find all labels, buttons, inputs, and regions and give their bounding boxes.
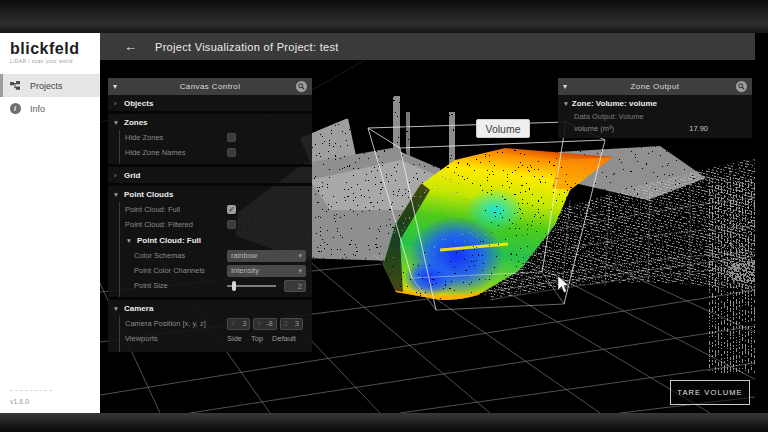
point-color-channels-dropdown[interactable]: Intensity ▾ (227, 265, 306, 277)
point-cloud-full-label: Point Cloud: Full (125, 205, 227, 214)
camera-x-input[interactable]: X 3 (227, 318, 250, 330)
sidebar-nav: Projects i Info (0, 74, 100, 120)
camera-position-row: Camera Position [x, y, z] X 3 Y -8 (125, 316, 306, 331)
bezel-right (755, 33, 768, 413)
section-zones[interactable]: ▾ Zones (108, 114, 312, 130)
chevron-down-icon: ▾ (114, 304, 120, 313)
app-window: Blickfeld LiDAR / scan your world (0, 33, 755, 413)
data-output-label: Data Output: Volume (558, 110, 752, 122)
hide-zones-label: Hide Zones (125, 133, 227, 142)
top-header-bar: ← Project Visualization of Project: test (100, 33, 755, 60)
subsection-label: Point Cloud: Full (137, 236, 201, 245)
section-grid[interactable]: › Grid (108, 167, 312, 183)
point-size-label: Point Size (125, 281, 227, 290)
z-prefix: Z (284, 320, 295, 327)
zone-volume-label-chip: Volume (476, 119, 530, 138)
zone-output-panel-header[interactable]: ▾ Zone Output (558, 78, 752, 95)
zone-output-panel: ▾ Zone Output ▾ Zone: Volume: volume Dat… (558, 78, 752, 138)
x-prefix: X (231, 320, 242, 327)
app-version: v1.6.0 (10, 398, 29, 405)
y-value: -8 (266, 319, 273, 328)
section-label: Point Clouds (124, 190, 173, 199)
chevron-right-icon: › (114, 171, 120, 180)
dropdown-caret-icon: ▾ (298, 252, 302, 260)
zone-section-header[interactable]: ▾ Zone: Volume: volume (558, 95, 752, 110)
zone-output-title: Zone Output (575, 82, 735, 91)
point-size-slider[interactable] (227, 285, 276, 287)
tare-volume-button[interactable]: TARE VOLUME (670, 380, 750, 405)
slider-handle[interactable] (232, 281, 236, 291)
canvas-control-panel-header[interactable]: ▾ Canvas Control (108, 78, 312, 95)
magnifier-icon[interactable] (295, 81, 307, 92)
volume-value-row: volume (m³) 17.90 (558, 122, 752, 138)
viewport-top-button[interactable]: Top (251, 334, 263, 343)
right-pointcloud-columns (708, 178, 755, 373)
point-color-channels-label: Point Color Channels (125, 266, 227, 275)
z-value: 3 (295, 319, 299, 328)
point-cloud-filtered-label: Point Cloud: Filtered (125, 220, 227, 229)
x-value: 3 (242, 319, 246, 328)
info-icon: i (9, 103, 21, 115)
point-cloud-filtered-row: Point Cloud: Filtered (125, 217, 306, 232)
chevron-down-icon: ▾ (114, 118, 120, 127)
section-objects[interactable]: › Objects (108, 95, 312, 111)
point-cloud-filtered-checkbox[interactable] (227, 220, 236, 229)
dropdown-caret-icon: ▾ (298, 267, 302, 275)
subsection-point-cloud-full[interactable]: ▾ Point Cloud: Full (125, 232, 306, 248)
camera-position-label: Camera Position [x, y, z] (125, 319, 227, 328)
section-label: Zones (124, 118, 148, 127)
zone-section-label: Zone: Volume: volume (572, 99, 657, 108)
3d-viewport[interactable]: Volume ▾ Canvas Control › Objects (100, 60, 755, 413)
brand-tagline: LiDAR / scan your world (10, 59, 92, 64)
point-clouds-rows: Point Cloud: Full ✓ Point Cloud: Filtere… (119, 202, 312, 297)
y-prefix: Y (257, 320, 266, 327)
volume-unit-label: volume (m³) (574, 124, 614, 133)
color-schemas-label: Color Schemas (125, 251, 227, 260)
sidebar-item-info[interactable]: i Info (0, 97, 100, 120)
point-cloud-full-checkbox[interactable]: ✓ (227, 205, 236, 214)
chevron-down-icon: ▾ (564, 99, 568, 108)
hide-zone-names-row: Hide Zone Names (125, 145, 306, 160)
point-cloud-full-row: Point Cloud: Full ✓ (125, 202, 306, 217)
volume-value: 17.90 (689, 124, 708, 133)
section-label: Grid (124, 171, 140, 180)
canvas-control-panel: ▾ Canvas Control › Objects ▾ (108, 78, 312, 352)
hide-zone-names-checkbox[interactable] (227, 148, 236, 157)
point-size-value[interactable]: 2 (284, 280, 306, 292)
hide-zones-checkbox[interactable] (227, 133, 236, 142)
viewport-side-button[interactable]: Side (227, 334, 242, 343)
viewports-row: Viewports Side Top Default (125, 331, 306, 346)
color-schemas-dropdown[interactable]: rainbow ▾ (227, 250, 306, 262)
chevron-down-icon: ▾ (114, 190, 120, 199)
sidebar-item-label: Info (30, 104, 45, 114)
chevron-down-icon: ▾ (127, 236, 133, 245)
viewport-default-button[interactable]: Default (272, 334, 296, 343)
collapse-panel-icon[interactable]: ▾ (563, 82, 575, 91)
zone-output-body: ▾ Zone: Volume: volume Data Output: Volu… (558, 95, 752, 138)
page-title: Project Visualization of Project: test (155, 41, 339, 53)
blickfeld-logo: Blickfeld (10, 40, 92, 58)
color-schemas-value: rainbow (231, 251, 298, 260)
back-arrow-icon[interactable]: ← (124, 40, 137, 53)
section-label: Camera (124, 304, 153, 313)
main-area: ← Project Visualization of Project: test (100, 33, 755, 413)
camera-y-input[interactable]: Y -8 (253, 318, 276, 330)
camera-z-input[interactable]: Z 3 (280, 318, 303, 330)
section-camera[interactable]: ▾ Camera (108, 300, 312, 316)
bezel-top (0, 0, 768, 33)
chevron-right-icon: › (114, 99, 120, 108)
point-color-channels-row: Point Color Channels Intensity ▾ (125, 263, 306, 278)
viewports-label: Viewports (125, 334, 227, 343)
hide-zones-row: Hide Zones (125, 130, 306, 145)
projects-icon (9, 80, 21, 92)
screen: Blickfeld LiDAR / scan your world (0, 0, 768, 432)
brand-block: Blickfeld LiDAR / scan your world (0, 33, 100, 68)
section-point-clouds[interactable]: ▾ Point Clouds (108, 186, 312, 202)
sidebar: Blickfeld LiDAR / scan your world (0, 33, 100, 413)
point-color-channels-value: Intensity (231, 266, 298, 275)
sidebar-item-projects[interactable]: Projects (0, 74, 100, 97)
magnifier-icon[interactable] (735, 81, 747, 92)
canvas-control-body: › Objects ▾ Zones Hide Zones (108, 95, 312, 352)
collapse-panel-icon[interactable]: ▾ (113, 82, 125, 91)
color-schemas-row: Color Schemas rainbow ▾ (125, 248, 306, 263)
